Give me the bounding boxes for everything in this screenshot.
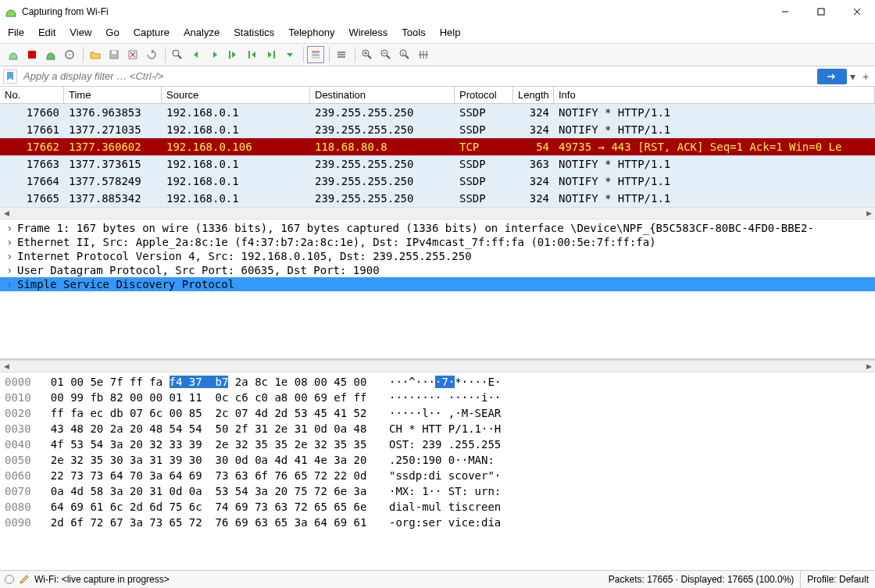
close-file-icon[interactable] — [124, 46, 141, 63]
column-protocol[interactable]: Protocol — [455, 87, 513, 103]
go-to-packet-icon[interactable] — [225, 46, 242, 63]
wireshark-logo-icon — [5, 5, 17, 18]
reload-icon[interactable] — [143, 46, 160, 63]
svg-rect-1 — [818, 9, 824, 15]
filter-bar: ▾ + — [0, 66, 875, 87]
packet-row[interactable]: 176621377.360602192.168.0.106118.68.80.8… — [0, 138, 875, 155]
hex-line[interactable]: 0030 43 48 20 2a 20 48 54 54 50 2f 31 2e… — [0, 421, 875, 437]
svg-rect-22 — [338, 56, 345, 58]
packet-row[interactable]: 176601376.963853192.168.0.1239.255.255.2… — [0, 104, 875, 121]
restart-capture-icon[interactable] — [42, 46, 59, 63]
tree-item[interactable]: ›User Datagram Protocol, Src Port: 60635… — [0, 263, 875, 277]
column-info[interactable]: Info — [554, 87, 875, 103]
zoom-out-icon[interactable] — [377, 46, 395, 63]
menu-statistics[interactable]: Statistics — [232, 25, 276, 40]
statusbar: Wi-Fi: <live capture in progress> Packet… — [0, 570, 875, 588]
hex-line[interactable]: 0010 00 99 fb 82 00 00 01 11 0c c6 c0 a8… — [0, 390, 875, 405]
save-file-icon[interactable] — [105, 46, 123, 63]
hex-line[interactable]: 0060 22 73 73 64 70 3a 64 69 73 63 6f 76… — [0, 468, 875, 483]
minimize-button[interactable] — [767, 0, 803, 23]
window-title: Capturing from Wi-Fi — [22, 6, 767, 17]
maximize-button[interactable] — [803, 0, 839, 23]
svg-rect-8 — [112, 51, 116, 54]
svg-rect-15 — [248, 51, 250, 59]
stop-capture-icon[interactable] — [23, 46, 41, 63]
tree-item[interactable]: ›Ethernet II, Src: Apple_2a:8c:1e (f4:37… — [0, 235, 875, 249]
hex-line[interactable]: 0000 01 00 5e 7f ff fa f4 37 b7 2a 8c 1e… — [0, 374, 875, 390]
auto-scroll-icon[interactable] — [281, 46, 298, 63]
menu-analyze[interactable]: Analyze — [182, 25, 221, 40]
zoom-reset-icon[interactable]: 1 — [396, 46, 413, 63]
go-forward-icon[interactable] — [206, 46, 223, 63]
svg-point-6 — [69, 54, 70, 55]
hex-line[interactable]: 0090 2d 6f 72 67 3a 73 65 72 76 69 63 65… — [0, 515, 875, 530]
menu-telephony[interactable]: Telephony — [287, 25, 336, 40]
zoom-in-icon[interactable] — [359, 46, 376, 63]
menu-help[interactable]: Help — [438, 25, 462, 40]
svg-rect-18 — [312, 54, 320, 56]
close-button[interactable] — [839, 0, 875, 23]
capture-options-icon[interactable] — [61, 46, 78, 63]
svg-rect-21 — [338, 54, 345, 55]
go-first-icon[interactable] — [244, 46, 261, 63]
display-filter-input[interactable] — [20, 68, 814, 84]
filter-add-button[interactable]: + — [859, 70, 872, 83]
filter-apply-button[interactable] — [817, 69, 847, 84]
hex-line[interactable]: 0040 4f 53 54 3a 20 32 33 39 2e 32 35 35… — [0, 437, 875, 452]
svg-rect-19 — [312, 57, 320, 59]
edit-icon[interactable] — [19, 574, 30, 585]
autoscroll-live-icon[interactable] — [333, 46, 350, 63]
go-last-icon[interactable] — [262, 46, 280, 63]
column-no[interactable]: No. — [0, 87, 64, 103]
svg-line-26 — [368, 55, 371, 59]
hex-line[interactable]: 0070 0a 4d 58 3a 20 31 0d 0a 53 54 3a 20… — [0, 483, 875, 499]
svg-line-29 — [387, 55, 390, 59]
menu-wireless[interactable]: Wireless — [347, 25, 389, 40]
hex-line[interactable]: 0050 2e 32 35 30 3a 31 39 30 30 0d 0a 4d… — [0, 452, 875, 468]
svg-rect-4 — [28, 51, 36, 59]
svg-rect-17 — [312, 51, 320, 53]
packet-row[interactable]: 176611377.271035192.168.0.1239.255.255.2… — [0, 121, 875, 138]
packet-list-hscroll[interactable]: ◀▶ — [0, 207, 875, 219]
open-file-icon[interactable] — [87, 46, 104, 63]
hex-line[interactable]: 0020 ff fa ec db 07 6c 00 85 2c 07 4d 2d… — [0, 405, 875, 421]
column-length[interactable]: Length — [513, 87, 554, 103]
find-icon[interactable] — [169, 46, 186, 63]
hex-line[interactable]: 0080 64 69 61 6c 2d 6d 75 6c 74 69 73 63… — [0, 499, 875, 515]
start-capture-icon[interactable] — [5, 46, 22, 63]
column-destination[interactable]: Destination — [310, 87, 455, 103]
column-source[interactable]: Source — [162, 87, 310, 103]
svg-point-12 — [173, 50, 179, 56]
capture-indicator-icon — [5, 575, 14, 584]
menu-capture[interactable]: Capture — [132, 25, 171, 40]
hex-pane[interactable]: 0000 01 00 5e 7f ff fa f4 37 b7 2a 8c 1e… — [0, 372, 875, 570]
menu-file[interactable]: File — [6, 25, 26, 40]
tree-item[interactable]: ›Simple Service Discovery Protocol — [0, 277, 875, 291]
tree-item[interactable]: ›Internet Protocol Version 4, Src: 192.1… — [0, 249, 875, 263]
status-packets: Packets: 17665 · Displayed: 17665 (100.0… — [602, 571, 801, 588]
tree-hscroll[interactable]: ◀▶ — [0, 360, 875, 372]
packet-row[interactable]: 176651377.885342192.168.0.1239.255.255.2… — [0, 190, 875, 207]
packet-details-tree[interactable]: ›Frame 1: 167 bytes on wire (1336 bits),… — [0, 219, 875, 360]
menu-edit[interactable]: Edit — [37, 25, 57, 40]
status-profile[interactable]: Profile: Default — [801, 571, 875, 588]
packet-row[interactable]: 176641377.578249192.168.0.1239.255.255.2… — [0, 173, 875, 190]
tree-item[interactable]: ›Frame 1: 167 bytes on wire (1336 bits),… — [0, 221, 875, 235]
resize-columns-icon[interactable] — [415, 46, 432, 63]
menu-tools[interactable]: Tools — [400, 25, 427, 40]
go-back-icon[interactable] — [188, 46, 205, 63]
svg-line-32 — [405, 55, 409, 59]
packet-row[interactable]: 176631377.373615192.168.0.1239.255.255.2… — [0, 155, 875, 173]
menubar: FileEditViewGoCaptureAnalyzeStatisticsTe… — [0, 23, 875, 44]
packet-list[interactable]: 176601376.963853192.168.0.1239.255.255.2… — [0, 104, 875, 207]
menu-go[interactable]: Go — [104, 25, 120, 40]
column-time[interactable]: Time — [64, 87, 162, 103]
colorize-icon[interactable] — [307, 46, 324, 63]
filter-bookmark-icon[interactable] — [3, 69, 17, 84]
svg-rect-14 — [229, 51, 230, 59]
filter-dropdown-icon[interactable]: ▾ — [847, 70, 859, 83]
packet-list-header: No. Time Source Destination Protocol Len… — [0, 87, 875, 104]
menu-view[interactable]: View — [68, 25, 93, 40]
svg-rect-20 — [338, 52, 345, 53]
toolbar: 1 — [0, 44, 875, 66]
